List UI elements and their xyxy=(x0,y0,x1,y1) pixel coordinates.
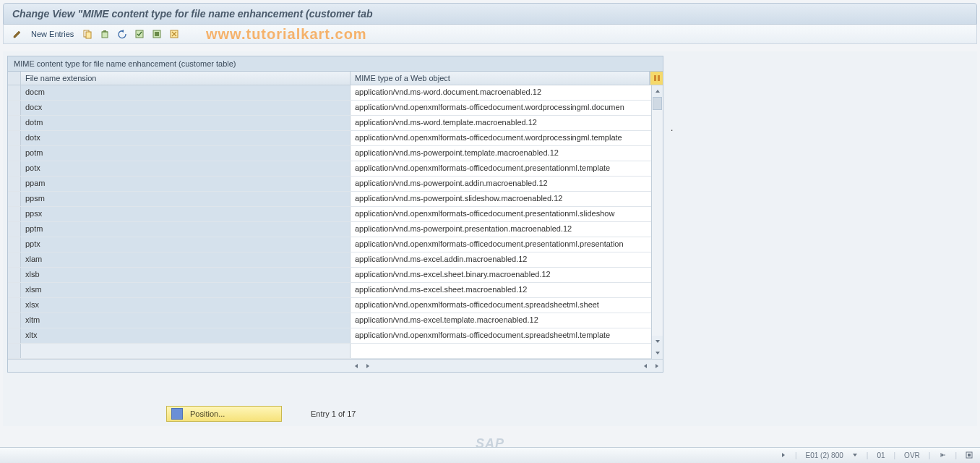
position-button[interactable]: Position... xyxy=(166,406,282,422)
cell-mimetype[interactable]: application/vnd.ms-powerpoint.slideshow.… xyxy=(351,192,651,206)
hscroll-left-icon[interactable] xyxy=(351,360,362,372)
column-header-extension[interactable]: File name extension xyxy=(21,72,351,85)
cell-mimetype[interactable]: application/vnd.openxmlformats-officedoc… xyxy=(351,328,651,343)
status-expand-icon[interactable] xyxy=(781,451,786,459)
table-row[interactable]: xltxapplication/vnd.openxmlformats-offic… xyxy=(8,328,663,344)
table-row[interactable]: xlsbapplication/vnd.ms-excel.sheet.binar… xyxy=(8,268,663,283)
row-selector[interactable] xyxy=(8,344,21,358)
row-selector[interactable] xyxy=(8,207,21,221)
cell-extension[interactable]: xlam xyxy=(21,252,351,267)
cell-mimetype[interactable]: application/vnd.openxmlformats-officedoc… xyxy=(351,131,651,145)
table-row[interactable]: docxapplication/vnd.openxmlformats-offic… xyxy=(8,101,663,116)
vscroll-track[interactable] xyxy=(652,97,663,336)
cell-extension[interactable]: xltm xyxy=(21,313,351,328)
cell-extension[interactable]: dotx xyxy=(21,131,351,145)
table-row[interactable]: xlsmapplication/vnd.ms-excel.sheet.macro… xyxy=(8,283,663,298)
horizontal-scrollbar[interactable] xyxy=(8,359,663,372)
cell-mimetype[interactable]: application/vnd.ms-powerpoint.presentati… xyxy=(351,222,651,237)
row-selector[interactable] xyxy=(8,131,21,145)
table-row[interactable]: xltmapplication/vnd.ms-excel.template.ma… xyxy=(8,313,663,328)
undo-change-icon[interactable] xyxy=(116,27,129,41)
row-selector[interactable] xyxy=(8,177,21,191)
cell-extension[interactable]: pptx xyxy=(21,237,351,252)
cell-extension[interactable]: pptm xyxy=(21,222,351,237)
cell-mimetype[interactable]: application/vnd.ms-powerpoint.template.m… xyxy=(351,146,651,161)
column-header-mimetype[interactable]: MIME type of a Web object xyxy=(351,72,650,85)
table-row[interactable]: pptxapplication/vnd.openxmlformats-offic… xyxy=(8,237,663,252)
deselect-all-icon[interactable] xyxy=(168,27,181,41)
cell-extension[interactable]: ppsm xyxy=(21,192,351,206)
cell-mimetype[interactable]: application/vnd.openxmlformats-officedoc… xyxy=(351,298,651,313)
row-selector[interactable] xyxy=(8,222,21,237)
hscroll-left-inner-icon[interactable] xyxy=(640,360,651,372)
select-all-icon[interactable] xyxy=(133,27,146,41)
cell-extension[interactable]: xlsx xyxy=(21,298,351,313)
row-selector[interactable] xyxy=(8,328,21,343)
table-row[interactable]: dotmapplication/vnd.ms-word.template.mac… xyxy=(8,116,663,131)
table-row[interactable]: ppsmapplication/vnd.ms-powerpoint.slides… xyxy=(8,192,663,207)
cell-mimetype[interactable]: application/vnd.openxmlformats-officedoc… xyxy=(351,237,651,252)
cell-mimetype[interactable]: application/vnd.ms-powerpoint.addin.macr… xyxy=(351,177,651,191)
cell-mimetype[interactable]: application/vnd.openxmlformats-officedoc… xyxy=(351,207,651,221)
hscroll-right-icon[interactable] xyxy=(651,360,663,372)
cell-mimetype[interactable]: application/vnd.ms-excel.sheet.macroenab… xyxy=(351,283,651,297)
scroll-up-icon[interactable] xyxy=(652,85,663,97)
row-selector[interactable] xyxy=(8,146,21,161)
toggle-display-change-icon[interactable] xyxy=(11,27,24,41)
vertical-scrollbar[interactable] xyxy=(651,85,663,359)
select-block-icon[interactable] xyxy=(150,27,163,41)
cell-mimetype[interactable] xyxy=(351,344,651,358)
cell-mimetype[interactable]: application/vnd.openxmlformats-officedoc… xyxy=(351,101,651,115)
row-selector[interactable] xyxy=(8,85,21,100)
cell-mimetype[interactable]: application/vnd.openxmlformats-officedoc… xyxy=(351,161,651,176)
cell-extension[interactable]: potx xyxy=(21,161,351,176)
row-selector[interactable] xyxy=(8,116,21,130)
cell-mimetype[interactable]: application/vnd.ms-excel.sheet.binary.ma… xyxy=(351,268,651,282)
table-row[interactable]: docmapplication/vnd.ms-word.document.mac… xyxy=(8,85,663,101)
table-settings-icon[interactable] xyxy=(650,72,663,85)
row-selector[interactable] xyxy=(8,298,21,313)
table-row[interactable]: ppsxapplication/vnd.openxmlformats-offic… xyxy=(8,207,663,222)
cell-extension[interactable]: potm xyxy=(21,146,351,161)
table-row[interactable]: ppamapplication/vnd.ms-powerpoint.addin.… xyxy=(8,177,663,192)
row-selector[interactable] xyxy=(8,252,21,267)
cell-extension[interactable]: ppam xyxy=(21,177,351,191)
row-selector[interactable] xyxy=(8,313,21,328)
new-entries-button[interactable]: New Entries xyxy=(28,30,77,38)
cell-extension[interactable]: docx xyxy=(21,101,351,115)
cell-extension[interactable]: ppsx xyxy=(21,207,351,221)
table-row[interactable]: xlamapplication/vnd.ms-excel.addin.macro… xyxy=(8,252,663,268)
table-row[interactable] xyxy=(8,344,663,359)
status-tab-left-icon[interactable] xyxy=(939,451,946,459)
table-row[interactable]: pptmapplication/vnd.ms-powerpoint.presen… xyxy=(8,222,663,237)
status-local-layout-icon[interactable] xyxy=(966,451,973,460)
copy-as-icon[interactable] xyxy=(81,27,94,41)
table-row[interactable]: xlsxapplication/vnd.openxmlformats-offic… xyxy=(8,298,663,313)
status-system[interactable]: E01 (2) 800 xyxy=(806,451,843,459)
cell-mimetype[interactable]: application/vnd.ms-word.document.macroen… xyxy=(351,85,651,100)
cell-extension[interactable]: xltx xyxy=(21,328,351,343)
table-row[interactable]: potmapplication/vnd.ms-powerpoint.templa… xyxy=(8,146,663,161)
table-row[interactable]: potxapplication/vnd.openxmlformats-offic… xyxy=(8,161,663,177)
table-row[interactable]: dotxapplication/vnd.openxmlformats-offic… xyxy=(8,131,663,146)
cell-extension[interactable]: docm xyxy=(21,85,351,100)
row-selector[interactable] xyxy=(8,268,21,282)
cell-extension[interactable] xyxy=(21,344,351,358)
cell-extension[interactable]: xlsm xyxy=(21,283,351,297)
row-selector-header[interactable] xyxy=(8,72,21,85)
scroll-down-icon-upper[interactable] xyxy=(652,336,663,347)
cell-extension[interactable]: dotm xyxy=(21,116,351,130)
cell-extension[interactable]: xlsb xyxy=(21,268,351,282)
status-dropdown-icon[interactable] xyxy=(852,451,858,459)
row-selector[interactable] xyxy=(8,283,21,297)
row-selector[interactable] xyxy=(8,237,21,252)
row-selector[interactable] xyxy=(8,101,21,115)
cell-mimetype[interactable]: application/vnd.ms-excel.template.macroe… xyxy=(351,313,651,328)
scroll-down-icon[interactable] xyxy=(652,347,663,359)
delete-icon[interactable] xyxy=(98,27,111,41)
row-selector[interactable] xyxy=(8,192,21,206)
hscroll-right-inner-icon[interactable] xyxy=(362,360,374,372)
row-selector[interactable] xyxy=(8,161,21,176)
vscroll-thumb[interactable] xyxy=(653,97,662,110)
cell-mimetype[interactable]: application/vnd.ms-excel.addin.macroenab… xyxy=(351,252,651,267)
